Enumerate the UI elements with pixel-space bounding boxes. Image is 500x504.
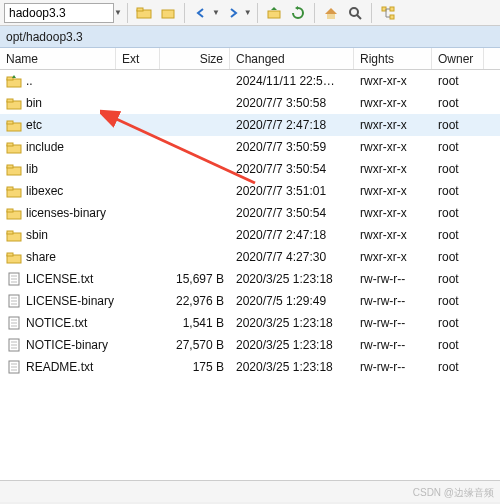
- table-row[interactable]: LICENSE-binary22,976 B2020/7/5 1:29:49rw…: [0, 290, 500, 312]
- svg-rect-17: [7, 143, 13, 146]
- refresh-icon[interactable]: [287, 2, 309, 24]
- svg-rect-27: [7, 253, 13, 256]
- file-icon: [6, 271, 22, 287]
- separator: [314, 3, 315, 23]
- toolbar: ▼ ▼ ▼: [0, 0, 500, 26]
- svg-rect-19: [7, 165, 13, 168]
- column-header-name[interactable]: Name: [0, 48, 116, 69]
- separator: [257, 3, 258, 23]
- file-changed: 2020/7/5 1:29:49: [230, 294, 354, 308]
- path-text: opt/hadoop3.3: [6, 30, 83, 44]
- svg-rect-11: [7, 77, 13, 80]
- folder-up-icon: [6, 73, 22, 89]
- svg-rect-1: [137, 8, 143, 11]
- table-row[interactable]: licenses-binary2020/7/7 3:50:54rwxr-xr-x…: [0, 202, 500, 224]
- column-header-size[interactable]: Size: [160, 48, 230, 69]
- file-changed: 2020/3/25 1:23:18: [230, 272, 354, 286]
- breadcrumb-input[interactable]: [4, 3, 114, 23]
- file-rights: rwxr-xr-x: [354, 96, 432, 110]
- file-owner: root: [432, 96, 484, 110]
- file-rights: rwxr-xr-x: [354, 162, 432, 176]
- svg-point-5: [350, 8, 358, 16]
- folder-open-icon[interactable]: [133, 2, 155, 24]
- file-size: 27,570 B: [160, 338, 230, 352]
- separator: [127, 3, 128, 23]
- folder-icon: [6, 139, 22, 155]
- file-name: LICENSE.txt: [26, 272, 154, 286]
- svg-rect-2: [162, 10, 174, 18]
- column-header-owner[interactable]: Owner: [432, 48, 484, 69]
- find-icon[interactable]: [344, 2, 366, 24]
- separator: [184, 3, 185, 23]
- file-changed: 2020/3/25 1:23:18: [230, 360, 354, 374]
- svg-rect-8: [390, 7, 394, 11]
- file-name: README.txt: [26, 360, 154, 374]
- file-rights: rw-rw-r--: [354, 294, 432, 308]
- svg-rect-23: [7, 209, 13, 212]
- svg-rect-3: [268, 11, 280, 18]
- path-bar[interactable]: opt/hadoop3.3: [0, 26, 500, 48]
- file-rights: rw-rw-r--: [354, 272, 432, 286]
- file-rights: rwxr-xr-x: [354, 228, 432, 242]
- svg-rect-15: [7, 121, 13, 124]
- file-icon: [6, 315, 22, 331]
- file-name: licenses-binary: [26, 206, 154, 220]
- column-header-rights[interactable]: Rights: [354, 48, 432, 69]
- file-changed: 2020/7/7 3:50:59: [230, 140, 354, 154]
- folder-icon: [6, 183, 22, 199]
- tree-icon[interactable]: [377, 2, 399, 24]
- svg-rect-25: [7, 231, 13, 234]
- folder-icon: [6, 249, 22, 265]
- table-row[interactable]: bin2020/7/7 3:50:58rwxr-xr-xroot: [0, 92, 500, 114]
- file-owner: root: [432, 338, 484, 352]
- file-changed: 2020/7/7 3:51:01: [230, 184, 354, 198]
- table-row[interactable]: ..2024/11/11 22:5…rwxr-xr-xroot: [0, 70, 500, 92]
- table-row[interactable]: share2020/7/7 4:27:30rwxr-xr-xroot: [0, 246, 500, 268]
- svg-rect-4: [327, 14, 335, 19]
- table-row[interactable]: NOTICE.txt1,541 B2020/3/25 1:23:18rw-rw-…: [0, 312, 500, 334]
- folder-icon: [6, 205, 22, 221]
- chevron-down-icon[interactable]: ▼: [212, 8, 220, 17]
- chevron-down-icon[interactable]: ▼: [114, 8, 122, 17]
- table-row[interactable]: NOTICE-binary27,570 B2020/3/25 1:23:18rw…: [0, 334, 500, 356]
- watermark: CSDN @边缘音频: [413, 486, 494, 500]
- file-changed: 2020/3/25 1:23:18: [230, 338, 354, 352]
- file-name: LICENSE-binary: [26, 294, 154, 308]
- chevron-down-icon[interactable]: ▼: [244, 8, 252, 17]
- table-row[interactable]: etc2020/7/7 2:47:18rwxr-xr-xroot: [0, 114, 500, 136]
- file-changed: 2020/7/7 2:47:18: [230, 118, 354, 132]
- file-owner: root: [432, 250, 484, 264]
- file-name: NOTICE-binary: [26, 338, 154, 352]
- arrow-left-icon[interactable]: [190, 2, 212, 24]
- svg-rect-9: [390, 15, 394, 19]
- file-rights: rwxr-xr-x: [354, 184, 432, 198]
- file-name: lib: [26, 162, 154, 176]
- file-changed: 2020/7/7 3:50:54: [230, 162, 354, 176]
- file-size: 1,541 B: [160, 316, 230, 330]
- folder-up-icon[interactable]: [263, 2, 285, 24]
- file-name: sbin: [26, 228, 154, 242]
- table-row[interactable]: README.txt175 B2020/3/25 1:23:18rw-rw-r-…: [0, 356, 500, 378]
- svg-rect-7: [382, 7, 386, 11]
- separator: [371, 3, 372, 23]
- table-row[interactable]: LICENSE.txt15,697 B2020/3/25 1:23:18rw-r…: [0, 268, 500, 290]
- table-row[interactable]: lib2020/7/7 3:50:54rwxr-xr-xroot: [0, 158, 500, 180]
- svg-rect-21: [7, 187, 13, 190]
- folder-icon: [6, 95, 22, 111]
- table-row[interactable]: libexec2020/7/7 3:51:01rwxr-xr-xroot: [0, 180, 500, 202]
- table-row[interactable]: include2020/7/7 3:50:59rwxr-xr-xroot: [0, 136, 500, 158]
- file-name: etc: [26, 118, 154, 132]
- table-row[interactable]: sbin2020/7/7 2:47:18rwxr-xr-xroot: [0, 224, 500, 246]
- file-icon: [6, 293, 22, 309]
- home-icon[interactable]: [320, 2, 342, 24]
- file-owner: root: [432, 272, 484, 286]
- arrow-right-icon[interactable]: [222, 2, 244, 24]
- svg-rect-13: [7, 99, 13, 102]
- file-name: ..: [26, 74, 154, 88]
- folder-icon[interactable]: [157, 2, 179, 24]
- column-header-ext[interactable]: Ext: [116, 48, 160, 69]
- file-rights: rwxr-xr-x: [354, 74, 432, 88]
- folder-icon: [6, 161, 22, 177]
- file-changed: 2020/7/7 3:50:54: [230, 206, 354, 220]
- column-header-changed[interactable]: Changed: [230, 48, 354, 69]
